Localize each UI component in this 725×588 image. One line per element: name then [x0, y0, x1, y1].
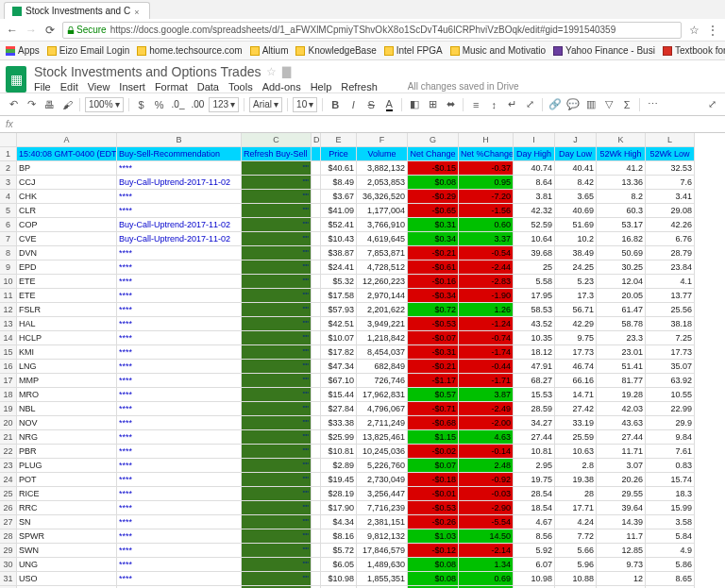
symbol-cell[interactable]: USO — [17, 572, 117, 586]
day-low-cell[interactable]: 14.71 — [555, 388, 597, 402]
net-change-cell[interactable]: $0.57 — [408, 388, 459, 402]
buy-sell-cell[interactable]: "" — [242, 487, 312, 501]
net-change-cell[interactable]: -$0.53 — [408, 317, 459, 331]
buy-sell-cell[interactable]: "" — [242, 360, 312, 374]
recommendation-cell[interactable]: **** — [117, 445, 242, 459]
font-size-select[interactable]: 10▾ — [293, 97, 317, 112]
net-pct-change-cell[interactable]: -1.71 — [459, 374, 514, 388]
week52-high-cell[interactable]: 16.82 — [597, 232, 646, 246]
volume-cell[interactable]: 17,962,831 — [357, 388, 408, 402]
symbol-cell[interactable]: NBL — [17, 402, 117, 416]
net-pct-change-cell[interactable]: -1.24 — [459, 317, 514, 331]
net-change-cell[interactable]: -$0.71 — [408, 402, 459, 416]
net-change-cell[interactable]: -$0.53 — [408, 501, 459, 515]
week52-high-cell[interactable]: 27.44 — [597, 430, 646, 445]
symbol-cell[interactable]: NRG — [17, 430, 117, 445]
day-low-cell[interactable]: 17.3 — [555, 289, 597, 303]
bookmark-item[interactable]: home.techsource.com — [137, 45, 242, 56]
week52-high-cell[interactable]: 41.2 — [597, 161, 646, 176]
day-low-cell[interactable]: 24.25 — [555, 260, 597, 275]
buy-sell-cell[interactable]: "" — [242, 473, 312, 487]
symbol-cell[interactable]: CHK — [17, 190, 117, 204]
back-icon[interactable]: ← — [6, 24, 19, 37]
week52-low-cell[interactable]: 17.73 — [646, 345, 695, 360]
net-change-cell[interactable]: -$0.12 — [408, 544, 459, 558]
menu-format[interactable]: Format — [155, 81, 188, 92]
week52-high-cell[interactable]: 39.64 — [597, 501, 646, 515]
week52-high-cell[interactable]: 23.01 — [597, 345, 646, 360]
day-high-cell[interactable]: 27.44 — [514, 430, 555, 445]
symbol-cell[interactable]: MRO — [17, 388, 117, 402]
volume-cell[interactable]: 8,454,037 — [357, 345, 408, 360]
week52-low-cell[interactable]: 29.9 — [646, 416, 695, 430]
week52-high-cell[interactable]: 81.77 — [597, 374, 646, 388]
recommendation-cell[interactable]: **** — [117, 204, 242, 218]
symbol-cell[interactable]: ETE — [17, 275, 117, 289]
week52-high-cell[interactable]: 20.05 — [597, 289, 646, 303]
symbol-cell[interactable]: POT — [17, 473, 117, 487]
buy-sell-cell[interactable]: "" — [242, 416, 312, 430]
day-high-cell[interactable]: 42.32 — [514, 204, 555, 218]
price-cell[interactable]: $41.09 — [321, 204, 357, 218]
day-low-cell[interactable]: 42.29 — [555, 317, 597, 331]
buy-sell-cell[interactable]: "" — [242, 289, 312, 303]
price-cell[interactable]: $57.93 — [321, 303, 357, 317]
menu-add-ons[interactable]: Add-ons — [262, 81, 301, 92]
row-header[interactable]: 14 — [0, 331, 17, 345]
recommendation-cell[interactable]: **** — [117, 345, 242, 360]
menu-data[interactable]: Data — [197, 81, 219, 92]
row-header[interactable]: 10 — [0, 275, 17, 289]
volume-cell[interactable]: 1,489,630 — [357, 558, 408, 572]
price-cell[interactable]: $8.16 — [321, 529, 357, 544]
row-header[interactable]: 12 — [0, 303, 17, 317]
buy-sell-cell[interactable]: "" — [242, 544, 312, 558]
volume-cell[interactable]: 2,970,144 — [357, 289, 408, 303]
net-pct-change-cell[interactable]: -0.03 — [459, 487, 514, 501]
buy-sell-cell[interactable]: "" — [242, 459, 312, 473]
week52-high-cell[interactable]: 60.3 — [597, 204, 646, 218]
price-cell[interactable]: $42.51 — [321, 317, 357, 331]
row-header[interactable]: 3 — [0, 176, 17, 190]
day-high-cell[interactable]: 4.67 — [514, 515, 555, 529]
day-low-cell[interactable]: 10.2 — [555, 232, 597, 246]
recommendation-cell[interactable]: **** — [117, 430, 242, 445]
recommendation-cell[interactable]: **** — [117, 190, 242, 204]
day-low-cell[interactable]: 19.38 — [555, 473, 597, 487]
day-high-cell[interactable]: 15.53 — [514, 388, 555, 402]
apps-button[interactable]: Apps — [6, 45, 40, 56]
symbol-cell[interactable]: DVN — [17, 246, 117, 260]
bookmark-item[interactable]: Yahoo Finance - Busi — [553, 45, 655, 56]
borders-icon[interactable]: ⊞ — [425, 97, 440, 112]
week52-low-cell[interactable]: 7.6 — [646, 176, 695, 190]
net-change-cell[interactable]: $0.08 — [408, 558, 459, 572]
bookmark-item[interactable]: Intel FPGA — [384, 45, 443, 56]
net-pct-change-cell[interactable]: -2.44 — [459, 260, 514, 275]
volume-cell[interactable]: 2,711,249 — [357, 416, 408, 430]
row-header[interactable]: 15 — [0, 345, 17, 360]
week52-low-cell[interactable]: 5.84 — [646, 529, 695, 544]
recommendation-cell[interactable]: **** — [117, 275, 242, 289]
recommendation-cell[interactable]: **** — [117, 487, 242, 501]
symbol-cell[interactable]: BP — [17, 161, 117, 176]
zoom-select[interactable]: 100%▾ — [85, 97, 124, 112]
day-low-cell[interactable]: 40.69 — [555, 204, 597, 218]
day-low-cell[interactable]: 9.75 — [555, 331, 597, 345]
column-header[interactable]: J — [555, 133, 597, 147]
price-cell[interactable]: $5.32 — [321, 275, 357, 289]
buy-sell-cell[interactable]: "" — [242, 388, 312, 402]
week52-low-cell[interactable]: 32.53 — [646, 161, 695, 176]
net-pct-change-cell[interactable]: -5.54 — [459, 515, 514, 529]
price-cell[interactable]: $28.19 — [321, 487, 357, 501]
net-change-cell[interactable]: -$0.01 — [408, 487, 459, 501]
recommendation-cell[interactable]: **** — [117, 360, 242, 374]
day-low-cell[interactable]: 27.42 — [555, 402, 597, 416]
price-cell[interactable]: $2.89 — [321, 459, 357, 473]
buy-sell-cell[interactable]: "" — [242, 218, 312, 232]
row-header[interactable]: 21 — [0, 430, 17, 445]
browser-tab[interactable]: Stock Investments and C × — [4, 2, 150, 19]
price-cell[interactable]: $10.81 — [321, 445, 357, 459]
net-pct-change-cell[interactable]: -0.37 — [459, 161, 514, 176]
day-high-cell[interactable]: 5.58 — [514, 275, 555, 289]
column-header[interactable]: E — [321, 133, 357, 147]
merge-icon[interactable]: ⬌ — [443, 97, 458, 112]
